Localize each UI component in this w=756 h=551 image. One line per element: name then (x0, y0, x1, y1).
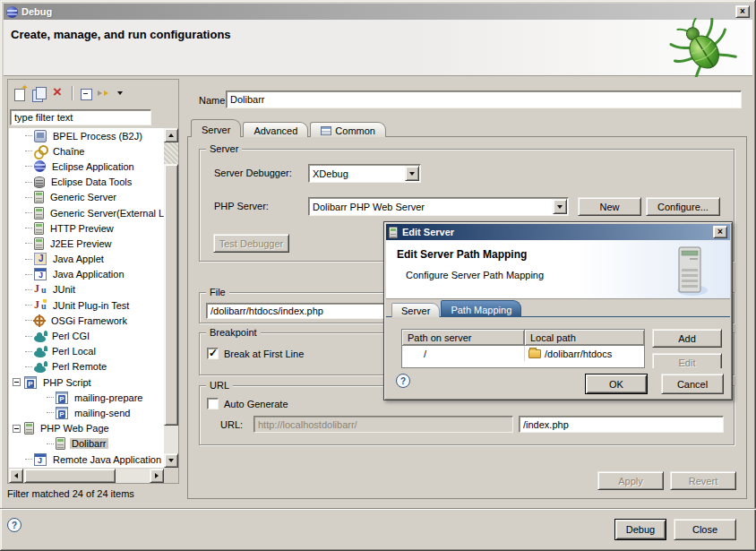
tree-connector (25, 166, 32, 167)
tree-connector (25, 459, 32, 460)
tree-horizontal-scrollbar[interactable] (9, 469, 164, 483)
tree-item-label: BPEL Process (B2J) (51, 131, 144, 142)
help-icon[interactable]: ? (7, 518, 21, 532)
tree-item-mailing-send[interactable]: mailing-send (9, 405, 164, 420)
configurations-panel: BPEL Process (B2J) Chaîne Eclipse Applic… (7, 79, 179, 484)
tree-item-perl-local[interactable]: Perl Local (9, 344, 164, 359)
dialog-close-button[interactable]: × (713, 226, 727, 238)
tree-item-java-application[interactable]: Java Application (9, 267, 164, 282)
tree-connector (25, 228, 32, 228)
horizontal-scroll-thumb[interactable] (24, 469, 116, 483)
vertical-scroll-thumb[interactable] (164, 164, 178, 426)
tree-item-perl-remote[interactable]: Perl Remote (9, 359, 164, 375)
common-table-icon (321, 126, 331, 135)
column-local-path[interactable]: Local path (525, 330, 644, 346)
server-icon (34, 191, 44, 203)
tree-item-bpel-process[interactable]: BPEL Process (B2J) (9, 128, 164, 143)
table-row[interactable]: / /dolibarr/htdocs (402, 346, 644, 361)
tree-item-label: HTTP Preview (48, 223, 116, 234)
tree-item-chaine[interactable]: Chaîne (9, 143, 164, 159)
configuration-name-input[interactable] (226, 90, 742, 108)
tree-connector (25, 243, 32, 244)
window-title: Debug (21, 6, 735, 17)
ok-button[interactable]: OK (585, 374, 648, 394)
dialog-title: Edit Server (402, 227, 713, 237)
dialog-tab-server[interactable]: Server (391, 303, 440, 317)
tree-item-java-applet[interactable]: Java Applet (9, 252, 164, 267)
delete-configuration-icon[interactable] (50, 86, 66, 101)
dialog-heading: Edit Server Path Mapping (397, 248, 527, 261)
tab-common[interactable]: Common (310, 122, 386, 137)
dialog-tab-path-mapping[interactable]: Path Mapping (441, 300, 521, 317)
tree-item-perl-cgi[interactable]: Perl CGI (9, 328, 164, 343)
tree-item-eclipse-application[interactable]: Eclipse Application (9, 159, 164, 174)
tree-item-dolibarr[interactable]: Dolibarr (9, 436, 164, 452)
tree-item-label: mailing-send (73, 408, 132, 418)
tree-item-label: Eclipse Application (50, 161, 136, 172)
tree-connector (25, 305, 32, 306)
tab-label: Common (335, 125, 375, 136)
window-titlebar[interactable]: Debug × (4, 4, 752, 20)
tree-item-remote-java-application[interactable]: Remote Java Application (9, 452, 164, 467)
java-applet-icon (34, 253, 47, 265)
scrollbar-page-area[interactable] (164, 142, 178, 164)
path-mapping-table: Path on server Local path / /dolibarr/ht… (401, 329, 645, 368)
tree-item-osgi-framework[interactable]: OSGi Framework (9, 313, 164, 328)
php-script-icon (56, 392, 68, 404)
tree-item-label: Perl Local (50, 346, 98, 357)
tab-label: Server (202, 125, 230, 135)
filter-launch-icon[interactable] (97, 86, 113, 101)
edit-mapping-button[interactable]: Edit (652, 353, 722, 368)
toolbar-separator (72, 86, 73, 100)
collapse-expander-icon[interactable] (13, 425, 21, 433)
close-window-button[interactable]: × (735, 5, 750, 18)
cancel-button[interactable]: Cancel (661, 374, 724, 394)
tab-label: Server (401, 306, 430, 316)
tree-item-eclipse-data-tools[interactable]: Eclipse Data Tools (9, 175, 164, 190)
tree-item-generic-server[interactable]: Generic Server (9, 190, 164, 205)
server-icon (56, 437, 65, 450)
collapse-all-icon[interactable] (78, 86, 94, 101)
tab-server[interactable]: Server (191, 119, 241, 137)
dialog-subheading: Configure Server Path Mapping (406, 270, 544, 280)
tree-item-http-preview[interactable]: HTTP Preview (9, 220, 164, 236)
folder-icon (528, 349, 541, 358)
scroll-down-icon[interactable] (164, 453, 178, 468)
tree-item-junit-plugin-test[interactable]: JUnit Plug-in Test (9, 297, 164, 313)
add-mapping-button[interactable]: Add (652, 329, 722, 348)
type-filter-input[interactable] (10, 109, 151, 125)
duplicate-configuration-icon[interactable] (31, 86, 47, 101)
scroll-right-icon[interactable] (150, 469, 164, 483)
tab-label: Advanced (253, 125, 297, 136)
dialog-titlebar[interactable]: Edit Server × (386, 224, 730, 240)
tree-connector (25, 212, 32, 213)
collapse-expander-icon[interactable] (13, 378, 21, 386)
scroll-up-icon[interactable] (164, 128, 178, 142)
server-tower-icon (667, 245, 710, 297)
tree-item-php-script[interactable]: PHP Script (9, 375, 164, 390)
tree-item-j2ee-preview[interactable]: J2EE Preview (9, 236, 164, 251)
tree-item-generic-server-external[interactable]: Generic Server(External La (9, 205, 164, 220)
new-configuration-icon[interactable] (13, 86, 29, 101)
configurations-tree: BPEL Process (B2J) Chaîne Eclipse Applic… (9, 128, 164, 468)
scroll-left-icon[interactable] (9, 469, 23, 483)
tab-advanced[interactable]: Advanced (243, 122, 308, 137)
column-path-on-server[interactable]: Path on server (402, 330, 525, 346)
local-path-value: /dolibarr/htdocs (545, 349, 612, 359)
server-icon (34, 207, 44, 220)
tree-item-mailing-prepare[interactable]: mailing-prepare (9, 390, 164, 405)
tree-connector (25, 274, 32, 275)
tree-item-label: PHP Script (41, 377, 93, 388)
toolbar-menu-caret-icon[interactable] (116, 86, 125, 101)
tree-connector (25, 135, 32, 136)
tree-item-label: JUnit Plug-in Test (51, 300, 131, 311)
tree-vertical-scrollbar[interactable] (164, 128, 178, 468)
close-button[interactable]: Close (674, 519, 736, 540)
server-icon (24, 422, 34, 435)
tree-item-junit[interactable]: JUnit (9, 282, 164, 297)
tree-connector (25, 259, 32, 260)
debug-button[interactable]: Debug (614, 519, 666, 540)
tree-item-php-web-page[interactable]: PHP Web Page (9, 421, 164, 436)
dialog-help-icon[interactable]: ? (396, 374, 410, 388)
tree-item-label: Java Applet (51, 254, 106, 264)
